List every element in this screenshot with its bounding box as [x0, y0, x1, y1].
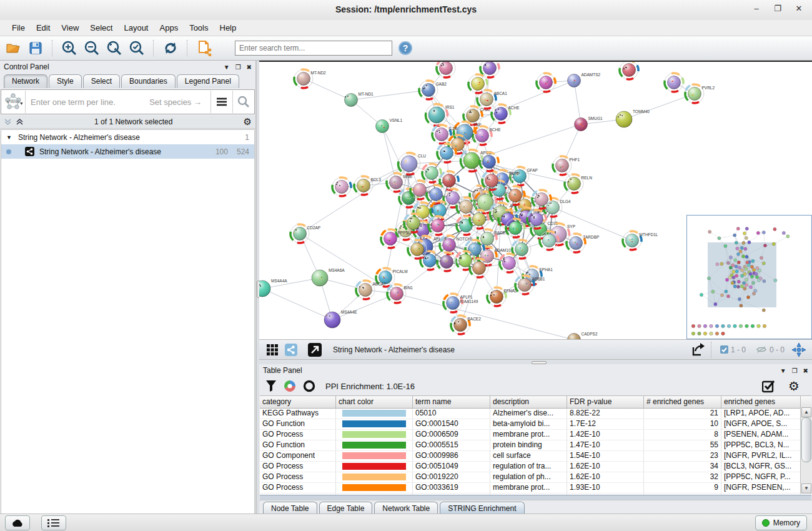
- help-icon[interactable]: ?: [396, 39, 415, 57]
- network-node[interactable]: [470, 259, 488, 277]
- network-node-CD2AP[interactable]: CD2AP: [290, 224, 320, 243]
- menu-apps[interactable]: Apps: [154, 21, 184, 34]
- network-node-ADAMTS2[interactable]: ADAMTS2: [568, 72, 601, 87]
- string-logo-icon[interactable]: STRING: [1, 91, 26, 113]
- memory-button[interactable]: Memory: [755, 515, 807, 530]
- menu-view[interactable]: View: [56, 21, 84, 34]
- column-header-6[interactable]: enriched genes: [721, 396, 801, 408]
- menu-file[interactable]: File: [6, 21, 31, 34]
- table-row[interactable]: GO FunctionGO:0001540beta-amyloid bi...1…: [260, 419, 811, 430]
- string-term-input[interactable]: Enter one term per line.: [26, 97, 149, 107]
- network-node-TOMM40[interactable]: TOMM40: [616, 109, 650, 127]
- open-in-window-icon[interactable]: [305, 340, 324, 359]
- network-node[interactable]: [437, 62, 455, 77]
- network-node-VSNL1[interactable]: VSNL1: [376, 118, 403, 133]
- search-input[interactable]: [235, 41, 392, 56]
- table-row[interactable]: GO ProcessGO:0006509membrane prot...1.42…: [260, 430, 811, 440]
- network-node-CADPS2[interactable]: CADPS2: [568, 332, 598, 340]
- collapse-all-icon[interactable]: [4, 118, 12, 126]
- network-share-icon[interactable]: [195, 39, 214, 57]
- network-collection-row[interactable]: ▼ String Network - Alzheimer's disease 1: [1, 130, 254, 144]
- menu-layout[interactable]: Layout: [118, 21, 154, 34]
- grid-view-icon[interactable]: [263, 340, 282, 359]
- clear-colors-ring-icon[interactable]: [303, 380, 315, 392]
- network-node[interactable]: [620, 62, 638, 79]
- network-node[interactable]: [527, 210, 546, 229]
- network-node-BCHE[interactable]: BCHE: [473, 126, 501, 145]
- network-node-MT-ND2[interactable]: MT-ND2: [294, 69, 326, 88]
- network-node[interactable]: [506, 186, 525, 205]
- cloud-tasks-button[interactable]: [5, 515, 30, 530]
- refresh-icon[interactable]: [161, 39, 180, 57]
- close-panel-icon[interactable]: ✖: [247, 64, 252, 71]
- filter-funnel-icon[interactable]: [265, 380, 277, 392]
- network-node-MTHFD1L[interactable]: MTHFD1L: [623, 231, 658, 250]
- minimize-button[interactable]: –: [748, 4, 765, 16]
- column-header-5[interactable]: # enriched genes: [644, 396, 721, 408]
- network-node[interactable]: [480, 152, 498, 171]
- maximize-button[interactable]: ❐: [770, 4, 786, 16]
- maximize-table-panel-icon[interactable]: ❐: [792, 367, 798, 374]
- maximize-panel-icon[interactable]: ❐: [235, 64, 241, 71]
- network-node-BCL3[interactable]: BCL3: [354, 176, 381, 195]
- zoom-in-icon[interactable]: [60, 39, 79, 57]
- network-node[interactable]: [420, 251, 439, 270]
- scroll-up-arrow[interactable]: ▲: [801, 407, 811, 417]
- table-row[interactable]: KEGG Pathways05010Alzheimer's dise...8.8…: [260, 409, 811, 419]
- column-header-4[interactable]: FDR p-value: [567, 396, 644, 408]
- network-node[interactable]: [456, 251, 475, 270]
- network-node-GAB2[interactable]: GAB2: [419, 81, 447, 99]
- table-row[interactable]: GO ProcessGO:0051049regulation of tra...…: [260, 462, 811, 472]
- network-node[interactable]: [500, 254, 518, 272]
- scrollbar-thumb[interactable]: [801, 417, 811, 462]
- network-node-BACE2[interactable]: BACE2: [451, 315, 481, 334]
- navigate-compass-icon[interactable]: [790, 340, 808, 359]
- network-node[interactable]: [437, 144, 456, 162]
- table-row[interactable]: GO ComponentGO:0009986cell surface1.54E-…: [260, 451, 811, 462]
- network-canvas[interactable]: MT-ND2MT-ND1VSNL1GAB2ADAMTS2SMUG1TOMM40P…: [259, 61, 812, 339]
- table-row[interactable]: GO ProcessGO:0050435beta-amyloid m...2.0…: [260, 494, 811, 495]
- network-node[interactable]: [408, 240, 427, 259]
- network-node[interactable]: [332, 177, 351, 196]
- network-node[interactable]: [443, 189, 462, 207]
- network-node[interactable]: [422, 164, 441, 182]
- network-node[interactable]: [468, 74, 487, 93]
- table-row[interactable]: GO ProcessGO:0019220regulation of ph...1…: [260, 472, 811, 483]
- network-node[interactable]: [457, 197, 475, 216]
- tree-expand-icon[interactable]: ▼: [6, 134, 12, 141]
- table-row[interactable]: GO ProcessGO:0033619membrane prot...1.93…: [260, 483, 811, 494]
- column-header-0[interactable]: category: [260, 396, 336, 408]
- string-options-icon[interactable]: [210, 91, 232, 113]
- network-node-RELN[interactable]: RELN: [565, 174, 592, 193]
- export-network-icon[interactable]: [689, 340, 708, 359]
- tab-select[interactable]: Select: [83, 74, 120, 88]
- network-node-MS4A4A[interactable]: MS4A4A: [259, 279, 287, 297]
- network-node-EFNA5[interactable]: EFNA5: [487, 287, 517, 306]
- network-node[interactable]: [537, 73, 555, 92]
- zoom-fit-icon[interactable]: [105, 39, 124, 57]
- network-node-ACHE[interactable]: ACHE: [492, 104, 520, 123]
- open-folder-icon[interactable]: [4, 39, 22, 57]
- network-node-TARDBP[interactable]: TARDBP: [567, 234, 599, 252]
- network-node[interactable]: [404, 214, 423, 232]
- close-button[interactable]: ✕: [791, 4, 807, 16]
- task-list-button[interactable]: [41, 515, 66, 530]
- tab-boundaries[interactable]: Boundaries: [121, 74, 176, 88]
- column-header-3[interactable]: description: [490, 396, 567, 408]
- network-node-MS4A4E[interactable]: MS4A4E: [324, 310, 357, 328]
- zoom-selected-icon[interactable]: [127, 39, 146, 57]
- network-node-PVRL2[interactable]: PVRL2: [685, 84, 715, 103]
- birds-eye-view[interactable]: [686, 215, 812, 339]
- save-icon[interactable]: [26, 39, 45, 57]
- menu-tools[interactable]: Tools: [184, 21, 214, 34]
- menu-select[interactable]: Select: [84, 21, 118, 34]
- network-node[interactable]: [482, 171, 501, 190]
- table-settings-gear-icon[interactable]: ⚙: [788, 379, 800, 394]
- network-node[interactable]: [665, 73, 683, 92]
- chart-colors-icon[interactable]: [283, 379, 297, 393]
- network-node[interactable]: [506, 219, 525, 237]
- table-row[interactable]: GO FunctionGO:0005515protein binding1.47…: [260, 440, 811, 451]
- scroll-down-arrow[interactable]: ▼: [801, 484, 811, 494]
- expand-all-icon[interactable]: [16, 118, 24, 126]
- set-species-label[interactable]: Set species →: [149, 97, 210, 107]
